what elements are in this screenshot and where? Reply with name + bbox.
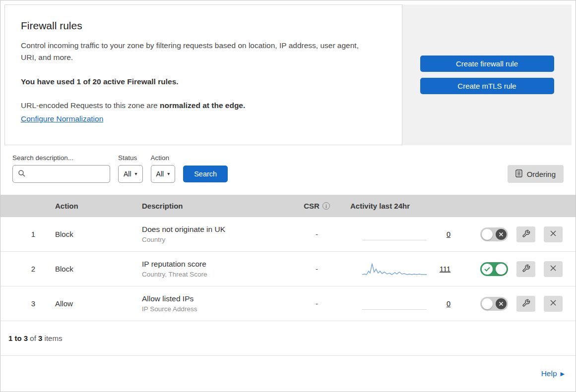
ordering-icon xyxy=(515,169,522,179)
activity-baseline xyxy=(362,309,427,310)
help-bar: Help ▶ xyxy=(0,356,576,392)
status-dropdown[interactable]: All ▾ xyxy=(118,165,143,183)
items-count: 1 to 3 of 3 items xyxy=(0,321,576,356)
rule-priority: 1 xyxy=(0,230,45,238)
rule-controls xyxy=(464,226,576,242)
rule-csr-value: - xyxy=(293,299,340,308)
rule-activity-cell: 0 xyxy=(340,295,464,313)
action-filter-group: Action All ▾ xyxy=(151,154,176,183)
rule-csr-value: - xyxy=(293,230,340,238)
header-activity: Activity last 24hr xyxy=(340,202,464,210)
page-title: Firewall rules xyxy=(21,20,386,32)
firewall-rules-page: Firewall rules Control incoming traffic … xyxy=(0,0,576,392)
help-link[interactable]: Help ▶ xyxy=(541,369,565,378)
rules-table: Action Description CSR i Activity last 2… xyxy=(0,195,576,356)
rule-action: Allow xyxy=(45,299,132,308)
close-icon xyxy=(550,299,557,308)
rule-description: Allow listed IPs xyxy=(142,294,293,303)
delete-rule-button[interactable] xyxy=(544,226,563,242)
items-word: items xyxy=(45,334,63,342)
activity-count[interactable]: 0 xyxy=(438,300,450,308)
close-icon xyxy=(550,265,557,273)
ordering-button[interactable]: Ordering xyxy=(508,165,564,183)
rule-match-fields: Country xyxy=(142,236,293,243)
status-filter-group: Status All ▾ xyxy=(118,154,143,183)
rule-enabled-toggle[interactable] xyxy=(480,297,508,311)
search-label: Search description... xyxy=(12,154,110,162)
create-mtls-rule-button[interactable]: Create mTLS rule xyxy=(420,78,554,94)
search-input[interactable] xyxy=(29,169,105,178)
delete-rule-button[interactable] xyxy=(544,261,563,277)
rule-priority: 3 xyxy=(0,299,45,308)
toggle-state-icon xyxy=(496,298,507,309)
activity-count[interactable]: 0 xyxy=(438,230,450,238)
search-box xyxy=(12,165,110,183)
rule-description-cell: Allow listed IPs IP Source Address xyxy=(132,294,293,313)
rule-action: Block xyxy=(45,230,132,238)
help-link-label: Help xyxy=(541,369,557,378)
filter-bar: Search description... Status All ▾ Actio… xyxy=(0,145,576,195)
search-button[interactable]: Search xyxy=(183,166,228,182)
edit-rule-button[interactable] xyxy=(516,261,535,277)
intro-section: Firewall rules Control incoming traffic … xyxy=(0,0,576,145)
rule-activity-cell: 111 xyxy=(340,260,464,278)
chevron-down-icon: ▾ xyxy=(167,171,170,176)
chevron-down-icon: ▾ xyxy=(135,171,137,176)
table-row: 3 Allow Allow listed IPs IP Source Addre… xyxy=(0,286,576,321)
search-group: Search description... xyxy=(12,154,110,183)
activity-sparkline xyxy=(362,295,427,313)
items-of-word: of xyxy=(30,334,36,342)
rule-match-fields: Country, Threat Score xyxy=(142,271,293,278)
edit-rule-button[interactable] xyxy=(516,226,535,242)
rule-csr-value: - xyxy=(293,265,340,273)
items-total: 3 xyxy=(38,334,42,342)
activity-sparkline xyxy=(362,260,427,278)
toggle-knob xyxy=(496,264,507,275)
rule-description-cell: Does not originate in UK Country xyxy=(132,225,293,243)
normalization-note: URL-encoded Requests to this zone are no… xyxy=(21,101,386,110)
header-description: Description xyxy=(132,202,293,210)
rule-priority: 2 xyxy=(0,265,45,273)
rule-enabled-toggle[interactable] xyxy=(480,262,508,276)
normalization-bold-text: normalized at the edge. xyxy=(160,101,245,110)
header-csr-label: CSR xyxy=(304,202,320,210)
search-icon xyxy=(18,169,25,179)
edit-rule-button[interactable] xyxy=(516,296,535,312)
rule-activity-cell: 0 xyxy=(340,225,464,243)
rule-controls xyxy=(464,296,576,312)
close-icon xyxy=(550,230,557,238)
wrench-icon xyxy=(522,264,530,274)
header-csr: CSR i xyxy=(293,202,340,210)
actions-panel: Create firewall rule Create mTLS rule xyxy=(402,4,572,145)
activity-count[interactable]: 111 xyxy=(438,265,450,273)
activity-baseline xyxy=(362,240,427,240)
arrow-right-icon: ▶ xyxy=(561,371,565,377)
rule-description: IP reputation score xyxy=(142,260,293,269)
rule-action: Block xyxy=(45,265,132,273)
csr-info-icon[interactable]: i xyxy=(322,202,330,210)
action-dropdown[interactable]: All ▾ xyxy=(151,165,176,183)
rule-description-cell: IP reputation score Country, Threat Scor… xyxy=(132,260,293,278)
header-action: Action xyxy=(45,202,132,210)
status-dropdown-value: All xyxy=(124,170,131,178)
rule-enabled-toggle[interactable] xyxy=(480,227,508,241)
toggle-state-icon xyxy=(482,264,493,275)
table-row: 2 Block IP reputation score Country, Thr… xyxy=(0,252,576,286)
rule-controls xyxy=(464,261,576,277)
table-header: Action Description CSR i Activity last 2… xyxy=(0,195,576,217)
page-description: Control incoming traffic to your zone by… xyxy=(21,40,376,63)
rule-description: Does not originate in UK xyxy=(142,225,293,234)
items-range: 1 to 3 xyxy=(8,334,28,342)
toggle-knob xyxy=(482,229,493,240)
action-label: Action xyxy=(151,154,176,162)
status-label: Status xyxy=(118,154,143,162)
normalization-text: URL-encoded Requests to this zone are xyxy=(21,101,158,110)
rule-match-fields: IP Source Address xyxy=(142,305,293,313)
create-firewall-rule-button[interactable]: Create firewall rule xyxy=(420,56,554,72)
wrench-icon xyxy=(522,299,530,309)
usage-summary: You have used 1 of 20 active Firewall ru… xyxy=(21,77,386,86)
delete-rule-button[interactable] xyxy=(544,296,563,312)
ordering-button-label: Ordering xyxy=(527,170,556,178)
configure-normalization-link[interactable]: Configure Normalization xyxy=(21,114,103,123)
toggle-knob xyxy=(482,298,493,309)
